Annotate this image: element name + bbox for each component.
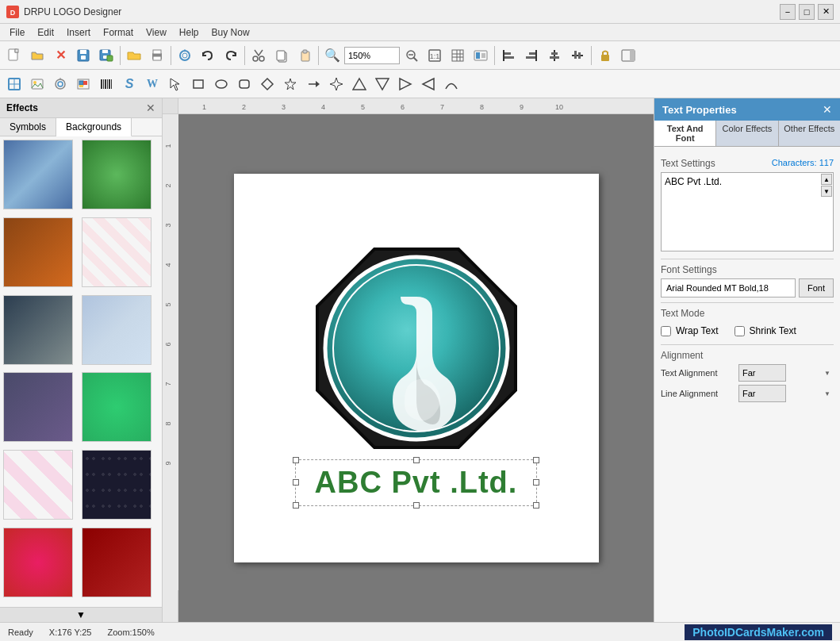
line-alignment-row: Line Alignment Near Center Far [661,385,834,402]
background-item-5[interactable] [3,295,73,365]
font-button[interactable]: Font [799,278,834,297]
maximize-button[interactable]: □ [799,4,815,20]
tb-right-panel[interactable] [617,44,639,67]
tb-ellipse[interactable] [210,73,232,95]
tb-zoom-in[interactable]: 🔍 [321,44,343,67]
menu-file[interactable]: File [3,25,31,40]
tb-center-h[interactable] [543,44,566,67]
tb-image[interactable] [26,73,48,95]
tb-center-v[interactable] [566,44,589,67]
divider-3 [661,344,834,345]
scroll-down[interactable]: ▼ [821,186,832,197]
right-panel-close[interactable]: ✕ [823,103,832,116]
background-item-1[interactable] [3,140,73,209]
tb-scan[interactable] [174,44,196,67]
close-button[interactable]: ✕ [818,4,834,20]
tb-cursor[interactable] [164,73,186,95]
tb-align-right-edge[interactable] [520,44,543,67]
background-item-12[interactable] [82,528,152,597]
wrap-text-label: Wrap Text [676,325,719,336]
tb-print[interactable] [146,44,168,67]
menu-view[interactable]: View [140,25,173,40]
svg-rect-67 [103,79,104,89]
tab-color-effects[interactable]: Color Effects [716,121,778,146]
background-item-2[interactable] [82,140,152,209]
tb-star[interactable] [279,73,301,95]
tb-redo[interactable] [220,44,242,67]
menu-edit[interactable]: Edit [31,25,60,40]
tab-text-and-font[interactable]: Text And Font [654,121,716,146]
background-item-8[interactable] [82,372,152,442]
wrap-text-checkbox[interactable] [661,326,671,336]
title-bar: D DRPU LOGO Designer − □ ✕ [0,0,840,24]
tb-new[interactable] [3,44,25,67]
text-alignment-select[interactable]: Near Center Far [738,364,786,382]
ruler-horizontal: 1 2 3 4 5 6 7 8 9 10 [178,98,654,113]
svg-text:4: 4 [321,103,325,111]
tb-symbol-w[interactable]: W [141,73,163,95]
tb-copy[interactable] [270,44,293,67]
svg-text:9: 9 [164,461,172,465]
tab-backgrounds[interactable]: Backgrounds [56,118,132,136]
tb-lock[interactable] [594,44,616,67]
divider-1 [661,259,834,259]
svg-rect-10 [107,56,113,61]
tb-save[interactable] [72,44,94,67]
toolbar-main: ✕ 🔍 150% 1:1 [0,41,840,70]
line-alignment-select[interactable]: Near Center Far [738,385,786,402]
tb-align-left-edge[interactable] [497,44,520,67]
background-item-3[interactable] [3,217,73,287]
shrink-text-checkbox[interactable] [735,326,745,336]
tb-round-rect[interactable] [233,73,255,95]
tb-barcode[interactable] [95,73,117,95]
background-item-7[interactable] [3,372,73,442]
tb-settings[interactable] [470,44,492,67]
font-value-input[interactable] [661,278,796,297]
tb-triangle[interactable] [348,73,370,95]
background-item-10[interactable] [82,450,152,520]
menu-help[interactable]: Help [173,25,205,40]
tb-tri-right[interactable] [394,73,416,95]
tb-close-file[interactable]: ✕ [49,44,71,67]
tb-grid[interactable] [447,44,469,67]
tb-curve[interactable] [440,73,462,95]
tb-select[interactable] [3,73,25,95]
tb-open[interactable] [26,44,48,67]
tb-arrow-r[interactable] [302,73,324,95]
design-canvas[interactable]: ABC Pvt .Ltd. [234,174,599,562]
scroll-up[interactable]: ▲ [821,174,832,185]
tb-tri-left[interactable] [417,73,439,95]
background-item-9[interactable] [3,450,73,520]
tb-layers[interactable] [72,73,94,95]
background-item-4[interactable] [82,217,152,287]
svg-rect-68 [105,79,106,89]
text-content-input[interactable]: ABC Pvt .Ltd. [661,172,834,251]
panel-close-button[interactable]: ✕ [146,102,155,114]
tb-cut[interactable] [247,44,270,67]
tb-zoom-1to1[interactable]: 1:1 [424,44,446,67]
tab-symbols[interactable]: Symbols [0,118,56,136]
tb-open-folder[interactable] [123,44,145,67]
tb-zoom-out[interactable] [401,44,423,67]
menu-insert[interactable]: Insert [60,25,97,40]
menu-format[interactable]: Format [97,25,140,40]
tb-arrow-burst[interactable] [325,73,347,95]
tb-rect[interactable] [187,73,209,95]
menu-buynow[interactable]: Buy Now [205,25,256,40]
svg-rect-9 [103,56,107,59]
canvas-with-ruler: 1 2 3 4 5 6 7 8 9 [163,114,654,622]
tb-photo[interactable] [49,73,71,95]
scroll-down-arrow[interactable]: ▼ [0,607,162,622]
tb-tri-down[interactable] [371,73,393,95]
svg-rect-5 [80,50,86,54]
tb-diamond[interactable] [256,73,278,95]
tb-save-as[interactable] [95,44,117,67]
tab-other-effects[interactable]: Other Effects [779,121,840,146]
background-item-6[interactable] [82,295,152,365]
tb-paste[interactable] [293,44,316,67]
canvas-viewport[interactable]: ABC Pvt .Ltd. [178,114,654,622]
background-item-11[interactable] [3,528,73,597]
tb-symbol-s[interactable]: S [118,73,140,95]
tb-undo[interactable] [197,44,219,67]
minimize-button[interactable]: − [780,4,796,20]
